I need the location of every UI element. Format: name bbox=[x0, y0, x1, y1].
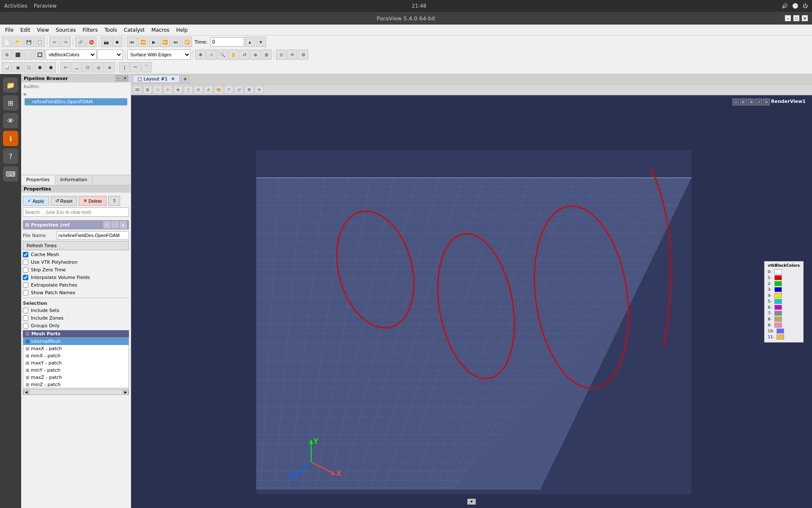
include-zones-checkbox[interactable] bbox=[23, 315, 28, 321]
undo-btn[interactable]: ↩ bbox=[49, 37, 60, 47]
first-frame-btn[interactable]: ⏮ bbox=[127, 37, 137, 47]
time-up-btn[interactable]: ▲ bbox=[245, 37, 255, 47]
display-select[interactable]: Surface With Edges bbox=[127, 50, 191, 60]
menu-tools[interactable]: Tools bbox=[101, 26, 121, 34]
reset-cam-btn[interactable]: ⊞ bbox=[261, 50, 272, 60]
extrapolate-checkbox[interactable] bbox=[23, 282, 28, 288]
tb3-slice-btn[interactable]: ⚊ bbox=[71, 62, 82, 72]
color-range-select[interactable] bbox=[97, 50, 123, 60]
disconnect-btn[interactable]: ⛔ bbox=[86, 37, 96, 47]
mesh-part-miny[interactable]: minY - patch bbox=[23, 367, 129, 374]
use-vtk-checkbox[interactable] bbox=[23, 260, 28, 265]
mesh-part-maxz[interactable]: maxZ - patch bbox=[23, 374, 129, 381]
tb3-spreadsheet-btn[interactable]: 📊 bbox=[2, 62, 12, 72]
view-single-btn[interactable]: □ bbox=[732, 99, 739, 105]
menu-help[interactable]: Help bbox=[173, 26, 191, 34]
pan-btn[interactable]: ✋ bbox=[228, 50, 239, 60]
scroll-left-btn[interactable]: ◀ bbox=[23, 389, 29, 395]
pipeline-collapse-btn[interactable]: − bbox=[115, 75, 121, 81]
menu-file[interactable]: File bbox=[2, 26, 17, 34]
open-btn[interactable]: 📂 bbox=[13, 37, 23, 47]
tb3-extract-btn[interactable]: ⊗ bbox=[104, 62, 115, 72]
sidebar-icon-grid[interactable]: ⊞ bbox=[3, 95, 18, 110]
minimize-button[interactable]: – bbox=[785, 15, 791, 21]
pipeline-close-btn[interactable]: ✕ bbox=[122, 75, 128, 81]
sidebar-icon-terminal[interactable]: ⌨ bbox=[3, 166, 18, 182]
tab-information[interactable]: Information bbox=[55, 175, 93, 185]
interpolate-checkbox[interactable] bbox=[23, 275, 28, 280]
activities-label[interactable]: Activities bbox=[4, 3, 27, 9]
add-layout-btn[interactable]: + bbox=[181, 75, 189, 83]
apply-button[interactable]: ✓ Apply bbox=[23, 196, 49, 206]
cam-orient-btn[interactable]: ⊙ bbox=[276, 50, 286, 60]
vp-orient-btn[interactable]: ⊙ bbox=[194, 86, 203, 94]
tb3-warp-btn[interactable]: ⌒ bbox=[141, 62, 151, 72]
file-name-input[interactable] bbox=[57, 231, 129, 240]
menu-macros[interactable]: Macros bbox=[148, 26, 173, 34]
tb3-box-btn[interactable]: ⬡ bbox=[24, 62, 34, 72]
pick-btn[interactable]: ⊕ bbox=[250, 50, 261, 60]
rotate-btn[interactable]: ↺ bbox=[239, 50, 250, 60]
view-split-h-btn[interactable]: ⫸ bbox=[740, 99, 747, 105]
menu-edit[interactable]: Edit bbox=[17, 26, 33, 34]
delete-button[interactable]: ✕ Delete bbox=[79, 196, 107, 206]
pipeline-eye-icon[interactable]: 👁 bbox=[23, 92, 27, 97]
vp-ruler-btn[interactable]: ⌶ bbox=[184, 86, 193, 94]
layout-tab-close[interactable]: ✕ bbox=[171, 76, 175, 82]
tb2-btn4[interactable]: 🔲 bbox=[35, 50, 45, 60]
pipeline-source-item[interactable]: refineFieldDirs.OpenFOAM bbox=[25, 98, 127, 105]
tb3-sphere-btn[interactable]: ⬢ bbox=[35, 62, 45, 72]
vp-help-btn[interactable]: ? bbox=[224, 86, 233, 94]
sidebar-icon-question[interactable]: ? bbox=[3, 149, 18, 164]
search-input[interactable] bbox=[23, 207, 129, 217]
next-frame-btn[interactable]: ⏩ bbox=[160, 37, 170, 47]
screenshot-btn[interactable]: 📷 bbox=[101, 37, 111, 47]
groups-only-checkbox[interactable] bbox=[23, 323, 28, 329]
section-options-btn[interactable]: ⋯ bbox=[112, 221, 118, 228]
vp-select-btn[interactable]: ⊹ bbox=[163, 86, 173, 94]
tb3-iso-btn[interactable]: ◎ bbox=[93, 62, 104, 72]
interact-btn[interactable]: ✥ bbox=[195, 50, 206, 60]
app-name-label[interactable]: Paraview bbox=[34, 3, 57, 9]
section-refresh-btn[interactable]: ↺ bbox=[104, 221, 110, 228]
viewport-3d[interactable]: Y Z X RenderView1 bbox=[131, 95, 812, 508]
sidebar-icon-folder[interactable]: 📁 bbox=[3, 77, 18, 93]
tb3-threshold-btn[interactable]: ⌬ bbox=[82, 62, 93, 72]
tb2-btn1[interactable]: ⚙ bbox=[2, 50, 12, 60]
skip-zero-checkbox[interactable] bbox=[23, 267, 28, 273]
record-btn[interactable]: ⏺ bbox=[112, 37, 122, 47]
mesh-part-minz[interactable]: minZ - patch bbox=[23, 381, 129, 388]
mesh-part-internal[interactable]: internalMesh bbox=[23, 338, 129, 345]
play-btn[interactable]: ▶ bbox=[149, 37, 159, 47]
section-collapse-btn[interactable]: ▲ bbox=[120, 221, 126, 228]
vp-cam-btn[interactable]: □ bbox=[153, 86, 162, 94]
view-close-btn[interactable]: ✕ bbox=[763, 99, 770, 105]
redo-btn[interactable]: ↪ bbox=[60, 37, 71, 47]
close-button[interactable]: ✕ bbox=[802, 15, 808, 21]
save-btn[interactable]: 💾 bbox=[24, 37, 34, 47]
color-select[interactable]: vtkBlockColors bbox=[46, 50, 96, 60]
tb3-poly-btn[interactable]: ⬣ bbox=[46, 62, 56, 72]
menu-filters[interactable]: Filters bbox=[79, 26, 101, 34]
mesh-part-minx[interactable]: minX - patch bbox=[23, 352, 129, 359]
tb3-select-btn[interactable]: ▣ bbox=[13, 62, 23, 72]
vp-link-btn[interactable]: 🔗 bbox=[234, 86, 244, 94]
new-btn[interactable]: 📄 bbox=[2, 37, 12, 47]
menu-sources[interactable]: Sources bbox=[52, 26, 79, 34]
refresh-times-button[interactable]: Refresh Times bbox=[23, 241, 129, 250]
sidebar-icon-eye[interactable]: 👁 bbox=[3, 113, 18, 128]
zoom-btn[interactable]: 🔍 bbox=[217, 50, 228, 60]
mesh-part-maxy[interactable]: maxY - patch bbox=[23, 359, 129, 367]
time-down-btn[interactable]: ▼ bbox=[256, 37, 266, 47]
prev-frame-btn[interactable]: ⏪ bbox=[138, 37, 148, 47]
tb3-stream-btn[interactable]: 〜 bbox=[130, 62, 140, 72]
settings-btn[interactable]: ⚙ bbox=[298, 50, 308, 60]
menu-catalyst[interactable]: Catalyst bbox=[121, 26, 148, 34]
bottom-toggle-btn[interactable]: ▼ bbox=[467, 499, 476, 505]
loop-btn[interactable]: 🔁 bbox=[182, 37, 192, 47]
tb3-calc-btn[interactable]: ∫ bbox=[119, 62, 129, 72]
view-expand-btn[interactable]: ⤢ bbox=[755, 99, 762, 105]
reset-button[interactable]: ↺ Reset bbox=[51, 196, 77, 206]
layout-tab[interactable]: □ Layout #1 ✕ bbox=[133, 75, 180, 83]
view-split-v-btn[interactable]: ⫷ bbox=[748, 99, 754, 105]
